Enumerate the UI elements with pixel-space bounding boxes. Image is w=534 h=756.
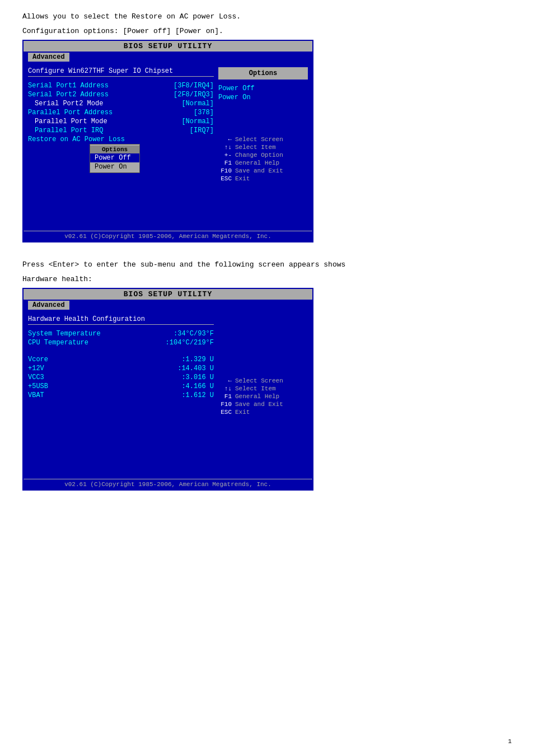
key-description: Exit <box>235 409 250 416</box>
key-symbol: F1 <box>218 160 232 166</box>
section-title-1: Configure Win627THF Super IO Chipset <box>28 67 214 77</box>
row-value: :3.016 U <box>181 374 214 381</box>
options-dropdown: Options Power Off Power On <box>90 144 214 173</box>
bios-screen-2: BIOS SETUP UTILITY Advanced Hardware Hea… <box>22 288 313 491</box>
table-row: +5USB :4.166 U <box>28 382 214 391</box>
key-row: +- Change Option <box>218 151 308 159</box>
row-label: Serial Port1 Address <box>28 82 109 90</box>
key-description: Select Screen <box>235 136 283 143</box>
key-description: Save and Exit <box>235 401 283 408</box>
key-row: ↑↓ Select Item <box>218 143 308 151</box>
desc-line2: Configuration options: [Power off] [Powe… <box>22 26 512 37</box>
row-label: VBAT <box>28 391 44 399</box>
table-row: Vcore :1.329 U <box>28 355 214 364</box>
key-symbol: ↑↓ <box>218 144 232 151</box>
key-row: F10 Save and Exit <box>218 400 308 408</box>
row-label: +12V <box>28 365 44 372</box>
row-label: Serial Port2 Mode <box>28 100 103 108</box>
key-description: General Help <box>235 160 279 166</box>
row-label: VCC3 <box>28 374 44 381</box>
bios-right-panel-1: Options Power Off Power On ← Select Scre… <box>218 67 308 226</box>
popup-item-poweron[interactable]: Power On <box>90 162 139 171</box>
key-symbol: F10 <box>218 401 232 408</box>
key-symbol: ← <box>218 136 232 143</box>
key-symbol: F1 <box>218 393 232 400</box>
bios-title-2: BIOS SETUP UTILITY <box>24 289 312 300</box>
row-value: [3F8/IRQ4] <box>174 82 214 90</box>
row-label: +5USB <box>28 382 48 390</box>
key-description: Select Item <box>235 144 276 151</box>
option-item-2[interactable]: Power On <box>218 93 308 102</box>
key-row: ↑↓ Select Item <box>218 385 308 393</box>
key-row: ← Select Screen <box>218 377 308 385</box>
row-label: Vcore <box>28 356 48 363</box>
bios-keys-2: ← Select Screen ↑↓ Select Item F1 Genera… <box>218 377 308 416</box>
bios-tab-bar-2: Advanced <box>24 300 312 311</box>
bios-tab-bar-1: Advanced <box>24 52 312 63</box>
key-description: Select Screen <box>235 377 283 384</box>
row-value: [IRQ7] <box>190 127 214 134</box>
table-row: Parallel Port Mode [Normal] <box>28 117 214 126</box>
key-symbol: ESC <box>218 409 232 416</box>
key-row: ← Select Screen <box>218 136 308 143</box>
bios-body-2: Hardware Health Configuration System Tem… <box>24 311 312 479</box>
table-row: Serial Port1 Address [3F8/IRQ4] <box>28 81 214 90</box>
key-symbol: ESC <box>218 175 232 182</box>
description-block-1: Allows you to select the Restore on AC p… <box>22 11 512 36</box>
desc-press-line1: Press <Enter> to enter the sub-menu and … <box>22 259 512 270</box>
bios-right-panel-2: ← Select Screen ↑↓ Select Item F1 Genera… <box>218 315 308 474</box>
bios-footer-2: v02.61 (C)Copyright 1985-2006, American … <box>24 479 312 489</box>
row-value: :1.329 U <box>181 356 214 363</box>
popup-item-poweroff[interactable]: Power Off <box>90 153 139 162</box>
table-row: Restore on AC Power Loss <box>28 135 214 144</box>
key-description: Exit <box>235 175 250 182</box>
row-value: :34°C/93°F <box>174 330 214 338</box>
row-label: Parallel Port Address <box>28 109 113 116</box>
key-row: F10 Save and Exit <box>218 167 308 175</box>
key-description: General Help <box>235 393 279 400</box>
option-item-1[interactable]: Power Off <box>218 84 308 93</box>
row-label: Serial Port2 Address <box>28 91 109 99</box>
key-row: F1 General Help <box>218 393 308 400</box>
page-number: 1 <box>508 738 512 745</box>
spacer <box>28 347 214 355</box>
popup-title: Options <box>90 146 139 153</box>
description-block-2: Press <Enter> to enter the sub-menu and … <box>22 259 512 284</box>
table-row: CPU Temperature :104°C/219°F <box>28 338 214 347</box>
tab-advanced-2[interactable]: Advanced <box>28 301 69 310</box>
bios-left-panel-1: Configure Win627THF Super IO Chipset Ser… <box>28 67 214 226</box>
row-value: [2F8/IRQ3] <box>174 91 214 99</box>
row-label: System Temperature <box>28 330 101 338</box>
row-value: [Normal] <box>181 100 214 108</box>
key-row: ESC Exit <box>218 408 308 416</box>
table-row: Serial Port2 Mode [Normal] <box>28 99 214 108</box>
table-row: System Temperature :34°C/93°F <box>28 329 214 338</box>
key-symbol: F10 <box>218 167 232 174</box>
key-row: ESC Exit <box>218 175 308 183</box>
row-label: Restore on AC Power Loss <box>28 136 125 143</box>
table-row: Parallel Port Address [378] <box>28 108 214 117</box>
options-box-1: Options <box>218 67 308 80</box>
table-row: VBAT :1.612 U <box>28 391 214 400</box>
bios-keys-1: ← Select Screen ↑↓ Select Item +- Change… <box>218 136 308 183</box>
desc-press-line2: Hardware health: <box>22 274 512 285</box>
table-row: VCC3 :3.016 U <box>28 373 214 382</box>
tab-advanced-1[interactable]: Advanced <box>28 53 69 62</box>
bios-title-1: BIOS SETUP UTILITY <box>24 41 312 52</box>
row-value: [Normal] <box>181 118 214 125</box>
key-symbol: ← <box>218 377 232 384</box>
key-description: Select Item <box>235 385 276 392</box>
key-row: F1 General Help <box>218 159 308 167</box>
row-value: :104°C/219°F <box>166 339 214 347</box>
bios-screen-1: BIOS SETUP UTILITY Advanced Configure Wi… <box>22 40 313 242</box>
table-row: +12V :14.403 U <box>28 364 214 373</box>
bios-body-1: Configure Win627THF Super IO Chipset Ser… <box>24 63 312 231</box>
row-value: :4.166 U <box>181 382 214 390</box>
desc-line1: Allows you to select the Restore on AC p… <box>22 11 512 22</box>
bios-footer-1: v02.61 (C)Copyright 1985-2006, American … <box>24 231 312 241</box>
table-row: Parallel Port IRQ [IRQ7] <box>28 126 214 135</box>
key-symbol: ↑↓ <box>218 385 232 392</box>
row-value: :1.612 U <box>181 391 214 399</box>
row-label: Parallel Port IRQ <box>28 127 103 134</box>
row-value: :14.403 U <box>177 365 214 372</box>
